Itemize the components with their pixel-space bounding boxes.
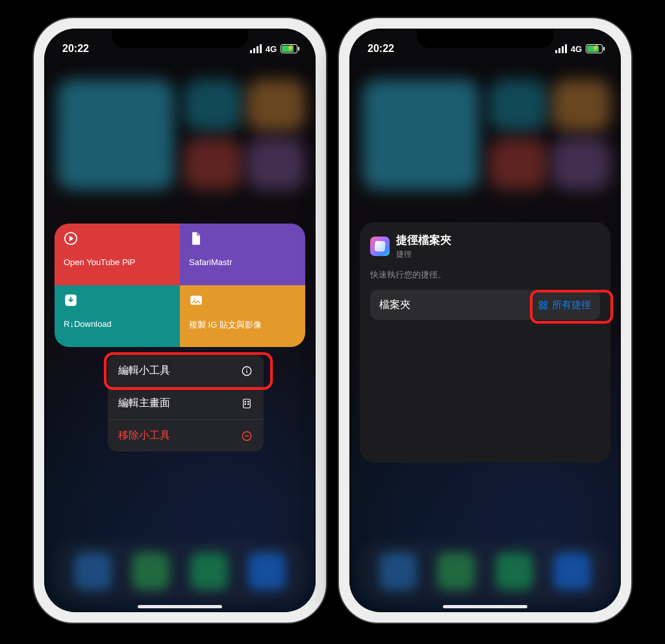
ghost-widget	[552, 79, 610, 131]
menu-remove-widget[interactable]: 移除小工具	[108, 420, 264, 452]
ghost-widget	[57, 79, 174, 190]
menu-item-label: 編輯主畫面	[118, 396, 170, 410]
ghost-widget	[362, 79, 479, 190]
ghost-widget	[489, 79, 547, 131]
phone-right: 20:22 4G ⚡ 捷徑檔案夾 捷徑 快速執行您的捷徑。	[339, 18, 631, 623]
apps-grid-icon	[240, 397, 253, 410]
info-circle-icon	[240, 365, 253, 378]
svg-point-7	[245, 401, 246, 402]
home-indicator[interactable]	[443, 605, 527, 608]
dock-app[interactable]	[496, 552, 533, 590]
ghost-widget	[184, 79, 242, 131]
play-circle-icon	[64, 231, 78, 246]
menu-edit-home[interactable]: 編輯主畫面	[108, 387, 264, 420]
dock-app[interactable]	[248, 552, 286, 590]
svg-point-8	[248, 401, 249, 402]
shortcuts-widget[interactable]: Open YouTube PiP SafariMastr R↓Download	[55, 224, 305, 347]
battery-icon: ⚡	[281, 44, 297, 53]
row-value-text: 所有捷徑	[552, 299, 591, 311]
editor-title: 捷徑檔案夾	[396, 233, 451, 248]
dock-app[interactable]	[553, 552, 591, 590]
ghost-widget	[552, 138, 610, 190]
menu-item-label: 編輯小工具	[118, 364, 170, 378]
signal-icon	[250, 44, 262, 53]
context-menu: 編輯小工具 編輯主畫面 移除小工具	[108, 355, 264, 452]
dock-app[interactable]	[190, 552, 228, 590]
tile-label: SafariMastr	[189, 257, 296, 267]
shortcut-tile-open-youtube-pip[interactable]: Open YouTube PiP	[55, 224, 180, 285]
download-box-icon	[64, 293, 78, 307]
notch	[417, 29, 553, 48]
image-icon	[189, 293, 203, 307]
svg-point-10	[248, 404, 249, 405]
shortcuts-app-icon	[370, 237, 390, 256]
status-time: 20:22	[62, 43, 89, 55]
tile-label: R↓Download	[64, 319, 171, 329]
menu-item-label: 移除小工具	[118, 429, 170, 443]
network-label: 4G	[266, 44, 277, 54]
tile-label: 複製 IG 貼文與影像	[189, 319, 296, 331]
shortcut-tile-safarimastr[interactable]: SafariMastr	[180, 224, 305, 285]
svg-rect-13	[544, 301, 547, 303]
svg-point-3	[194, 298, 195, 300]
dock-app[interactable]	[74, 552, 112, 590]
menu-edit-widget[interactable]: 編輯小工具	[108, 355, 264, 387]
editor-description: 快速執行您的捷徑。	[370, 269, 600, 281]
tile-label: Open YouTube PiP	[64, 257, 171, 267]
home-indicator[interactable]	[138, 605, 222, 608]
shortcut-tile-copy-ig[interactable]: 複製 IG 貼文與影像	[180, 285, 305, 347]
svg-rect-14	[540, 305, 542, 308]
screen-right: 20:22 4G ⚡ 捷徑檔案夾 捷徑 快速執行您的捷徑。	[349, 29, 621, 612]
ghost-widget	[247, 79, 305, 131]
svg-rect-6	[244, 399, 251, 408]
editor-folder-row[interactable]: 檔案夾 所有捷徑	[370, 290, 600, 320]
notch	[112, 29, 248, 48]
phone-left: 20:22 4G ⚡ Open YouTube PiP	[34, 18, 326, 623]
dock-app[interactable]	[379, 552, 417, 590]
ghost-widget	[184, 138, 242, 190]
dock-app[interactable]	[437, 552, 475, 590]
row-label: 檔案夾	[379, 298, 410, 312]
ghost-widget	[247, 138, 305, 190]
row-value[interactable]: 所有捷徑	[538, 299, 591, 311]
dock	[358, 541, 612, 602]
editor-subtitle: 捷徑	[396, 249, 451, 260]
dock	[53, 541, 307, 602]
widget-editor-card: 捷徑檔案夾 捷徑 快速執行您的捷徑。 檔案夾 所有捷徑	[360, 222, 610, 463]
ghost-widget	[489, 138, 547, 190]
dock-app[interactable]	[132, 552, 169, 590]
svg-rect-12	[540, 301, 542, 303]
signal-icon	[555, 44, 567, 53]
shortcut-tile-rdownload[interactable]: R↓Download	[55, 285, 180, 347]
screen-left: 20:22 4G ⚡ Open YouTube PiP	[44, 29, 316, 612]
svg-rect-15	[544, 305, 547, 308]
svg-point-9	[245, 404, 246, 405]
minus-circle-icon	[240, 430, 253, 443]
status-time: 20:22	[368, 43, 394, 55]
document-icon	[189, 231, 203, 246]
grid-icon	[538, 300, 548, 310]
svg-point-5	[246, 368, 247, 370]
network-label: 4G	[571, 44, 582, 54]
battery-icon: ⚡	[586, 44, 603, 53]
